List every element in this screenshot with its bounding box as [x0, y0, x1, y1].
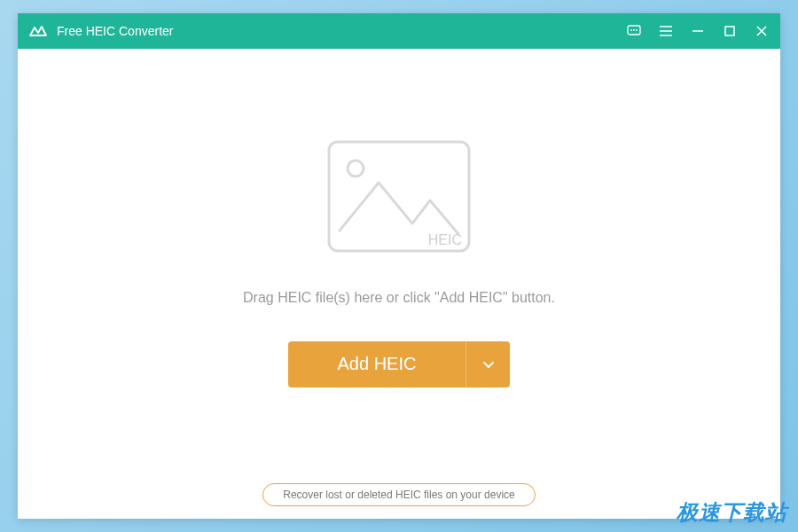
- maximize-button[interactable]: [722, 23, 738, 39]
- drop-instruction: Drag HEIC file(s) here or click "Add HEI…: [243, 290, 555, 306]
- watermark: 极速下载站: [677, 498, 787, 527]
- footer: Recover lost or deleted HEIC files on yo…: [18, 483, 780, 506]
- svg-rect-8: [725, 27, 734, 35]
- recover-link[interactable]: Recover lost or deleted HEIC files on yo…: [262, 483, 535, 506]
- feedback-button[interactable]: [626, 23, 642, 39]
- svg-point-3: [636, 29, 638, 31]
- heic-placeholder-icon: HEIC: [324, 137, 474, 256]
- main-content[interactable]: HEIC Drag HEIC file(s) here or click "Ad…: [18, 49, 780, 519]
- app-logo-icon: [28, 21, 48, 41]
- menu-button[interactable]: [658, 23, 674, 39]
- chevron-down-icon: [481, 356, 497, 372]
- titlebar: Free HEIC Converter: [18, 13, 780, 49]
- svg-point-2: [633, 29, 635, 31]
- svg-point-1: [630, 29, 632, 31]
- placeholder-label: HEIC: [428, 232, 462, 247]
- add-heic-label: Add HEIC: [288, 354, 466, 374]
- app-title: Free HEIC Converter: [57, 24, 626, 38]
- add-heic-dropdown[interactable]: [466, 341, 510, 387]
- svg-point-12: [348, 160, 364, 176]
- add-heic-button[interactable]: Add HEIC: [288, 341, 510, 387]
- app-window: Free HEIC Converter: [18, 13, 780, 519]
- close-button[interactable]: [754, 23, 770, 39]
- minimize-button[interactable]: [690, 23, 706, 39]
- titlebar-controls: [626, 23, 770, 39]
